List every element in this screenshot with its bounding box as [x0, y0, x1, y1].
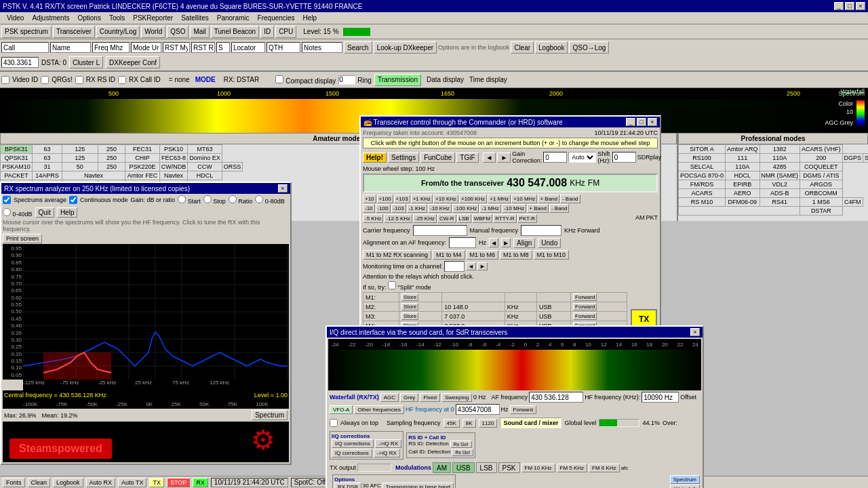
pro-coquelet[interactable]: COQUELET: [800, 163, 843, 171]
menu-tools[interactable]: Tools: [105, 14, 129, 22]
mode-bpsk31[interactable]: BPSK31: [1, 145, 33, 154]
minus100k-btn[interactable]: -100 KHz: [452, 204, 479, 213]
mon-left-btn[interactable]: ◄: [466, 262, 476, 270]
spectrum-graph[interactable]: [23, 244, 289, 380]
minus-band-btn[interactable]: - Band: [560, 195, 580, 203]
grey-btn[interactable]: Grey: [400, 393, 418, 402]
psk-btn[interactable]: PSK: [498, 462, 520, 473]
minus10k-btn[interactable]: -10 KHz: [428, 204, 452, 213]
country-log-btn[interactable]: Country/Log: [96, 26, 140, 38]
pro-synop[interactable]: SYNOP / SHIP: [863, 154, 868, 163]
sample-1120-btn[interactable]: 1120: [479, 419, 498, 428]
rttyr-btn[interactable]: RTTY-R: [493, 214, 516, 223]
mode-fec63-8[interactable]: FEC63-8: [159, 154, 188, 163]
mail-btn[interactable]: Mail: [190, 26, 209, 38]
m1-m10-btn[interactable]: M1 to M10: [534, 250, 570, 260]
tc-minimize[interactable]: _: [626, 118, 635, 126]
lsb-btn2[interactable]: LSB: [476, 462, 497, 473]
mode-hdcl[interactable]: HDCL: [188, 171, 222, 180]
pro-argos[interactable]: ARGOS: [800, 180, 843, 189]
iq-close[interactable]: ×: [690, 328, 700, 336]
pro-epirb[interactable]: EPIRB: [726, 180, 760, 189]
minus-band2-btn[interactable]: - Band: [549, 204, 570, 213]
mode-orss[interactable]: ORSS: [222, 163, 243, 171]
iq-hf-input[interactable]: [642, 392, 679, 403]
m1-m2-scan-btn[interactable]: M1 to M2 RX scanning: [363, 250, 431, 260]
stop-radio[interactable]: [203, 195, 212, 203]
pro-hdcl2[interactable]: HDCL: [726, 171, 760, 180]
world-btn[interactable]: World: [141, 26, 165, 38]
iq-spectrum-btn[interactable]: Spectrum: [670, 475, 700, 484]
spectrum-title-bar[interactable]: RX spectrum analyzer on 250 KHz (limited…: [1, 183, 290, 194]
pro-fm-rds[interactable]: FM/RDS: [679, 180, 726, 189]
mode-packet[interactable]: PACKET: [1, 171, 33, 180]
0-80db-radio[interactable]: [255, 195, 263, 203]
menu-video[interactable]: Video: [3, 14, 28, 22]
tc-maximize[interactable]: □: [637, 118, 646, 126]
print-btn[interactable]: Print screen: [3, 234, 42, 243]
right-arrow[interactable]: ►: [497, 152, 511, 163]
af-input[interactable]: 1000: [449, 237, 476, 248]
agc-btn[interactable]: AGC: [380, 393, 399, 402]
mode-psk10[interactable]: PSK10: [159, 145, 188, 154]
pro-sitor-a[interactable]: SITOR A: [679, 145, 726, 154]
plus100-btn[interactable]: +100: [377, 195, 393, 203]
notes-input[interactable]: [302, 42, 342, 53]
continuous-mode-check[interactable]: [69, 196, 77, 204]
transceiver-btn[interactable]: Transceiver: [53, 26, 95, 38]
menu-pskreporter[interactable]: PSKReporter: [129, 14, 177, 22]
plus-band-btn[interactable]: + Band: [538, 195, 559, 203]
af-right-btn[interactable]: ►: [501, 238, 511, 247]
logbook-status-btn[interactable]: Logbook: [53, 478, 83, 487]
split-check[interactable]: [388, 281, 396, 289]
sweeping-btn[interactable]: Sweeping: [441, 393, 472, 402]
mode-cwndb[interactable]: CW/NDB: [159, 163, 188, 171]
tx-status-btn[interactable]: TX: [149, 478, 164, 487]
qrgs-check[interactable]: [41, 76, 49, 84]
0-40db-radio[interactable]: [3, 208, 11, 216]
rx-status-btn[interactable]: RX: [193, 478, 208, 487]
minus5k-btn[interactable]: -5 KHz: [363, 214, 383, 223]
iq-title-bar[interactable]: I/Q direct interface via the sound card,…: [327, 327, 703, 338]
funcube-btn[interactable]: FunCube: [420, 152, 455, 163]
mon-right-btn[interactable]: ►: [477, 262, 488, 270]
minus10-btn[interactable]: -10: [363, 204, 375, 213]
pro-4285[interactable]: 4285: [760, 163, 800, 171]
minus25k-btn[interactable]: -25 KHz: [413, 214, 437, 223]
call-rx-go-btn[interactable]: Rx Go!: [452, 449, 473, 456]
compact-display-check[interactable]: [275, 75, 283, 83]
plus103-btn[interactable]: +103: [394, 195, 410, 203]
fm6k-btn[interactable]: FM 6 KHz: [589, 464, 620, 472]
ratio-radio[interactable]: [178, 195, 186, 203]
mode-31-3[interactable]: 31: [33, 163, 62, 171]
logbook-btn[interactable]: Logbook: [535, 41, 568, 54]
close-btn[interactable]: ×: [856, 2, 865, 10]
iq-rq-btn[interactable]: I/Q corrections: [332, 439, 374, 448]
qth-input[interactable]: [267, 42, 300, 53]
iq-af-input[interactable]: [529, 392, 583, 403]
clean-btn[interactable]: Clean: [28, 478, 51, 487]
mode-qpsk31[interactable]: QPSK31: [1, 154, 33, 163]
pro-111[interactable]: 111: [726, 154, 760, 163]
m1-store-btn[interactable]: Store: [401, 293, 418, 301]
pro-pocsag[interactable]: POCSAG 870-0: [679, 171, 726, 180]
pro-orbcomm[interactable]: ORBCOMM: [800, 189, 843, 198]
sp-close[interactable]: ×: [278, 184, 288, 192]
rx-dsb-btn[interactable]: RX DSB: [334, 483, 361, 488]
pro-dstar[interactable]: DSTAR: [800, 207, 843, 216]
menu-satellites[interactable]: Satellites: [177, 14, 213, 22]
freq-input[interactable]: [92, 42, 130, 53]
m2-store-btn[interactable]: Store: [401, 303, 418, 310]
mode-navtex2[interactable]: Navtex: [159, 171, 188, 180]
wbfm-btn[interactable]: WBFM: [472, 214, 492, 223]
minus103-btn[interactable]: -103: [391, 204, 406, 213]
forward-btn[interactable]: Forward: [510, 405, 536, 414]
help-btn[interactable]: Help!: [363, 152, 387, 163]
pktr-btn[interactable]: PKT-R: [517, 214, 538, 223]
settings-btn[interactable]: Settings: [388, 152, 419, 163]
pro-c4fm[interactable]: C4FM: [842, 198, 863, 207]
mode-pskam10[interactable]: PSKAM10: [1, 163, 33, 171]
pro-aero[interactable]: AERO: [726, 189, 760, 198]
m1-fwd-btn[interactable]: Forward: [573, 293, 597, 301]
rx-rs-id-check[interactable]: [75, 76, 83, 84]
